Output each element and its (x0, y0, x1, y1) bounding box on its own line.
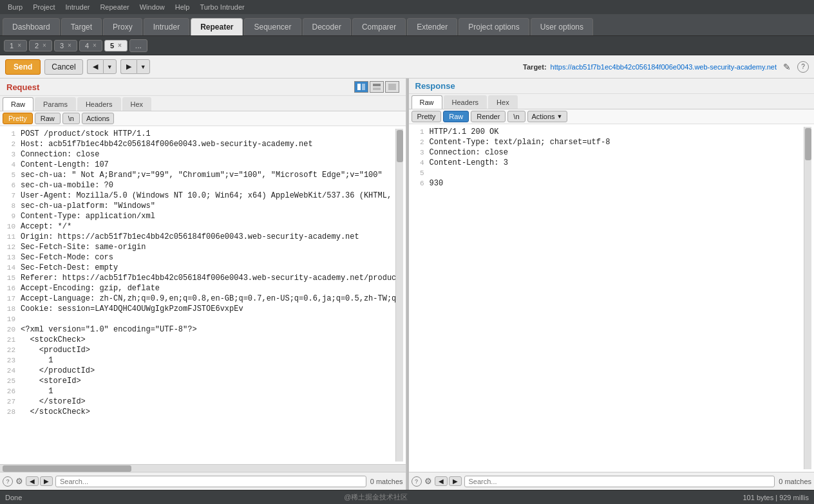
code-line-12: 12 Sec-Fetch-Site: same-origin (3, 242, 395, 252)
request-code-area[interactable]: 1 POST /product/stock HTTP/1.1 2 Host: a… (0, 126, 406, 464)
nav-next-match-button[interactable]: ▶ (40, 476, 53, 486)
response-render-btn[interactable]: Render (471, 111, 506, 122)
tab-extender[interactable]: Extender (407, 18, 457, 35)
request-vert-scrollbar[interactable] (395, 129, 403, 462)
svg-rect-0 (357, 84, 361, 90)
response-tab-headers[interactable]: Headers (444, 95, 487, 109)
line-content: sec-ch-ua: " Not A;Brand";v="99", "Chrom… (21, 170, 383, 180)
close-icon[interactable]: × (68, 42, 71, 49)
menu-window[interactable]: Window (135, 2, 170, 12)
request-code-scroll[interactable]: 1 POST /product/stock HTTP/1.1 2 Host: a… (3, 129, 395, 462)
cancel-button[interactable]: Cancel (44, 59, 82, 75)
code-line-27: 27 </storeId> (3, 397, 395, 407)
main-area: Request Raw Params Headers Hex Pretty (0, 79, 814, 490)
request-tab-headers[interactable]: Headers (77, 97, 121, 111)
request-pretty-btn[interactable]: Pretty (3, 113, 33, 124)
nav-prev-match-button[interactable]: ◀ (435, 476, 448, 486)
tab-sequencer[interactable]: Sequencer (244, 18, 301, 35)
menu-intruder[interactable]: Intruder (61, 2, 95, 12)
help-icon[interactable]: ? (412, 476, 422, 487)
settings-icon[interactable]: ⚙ (15, 476, 23, 486)
help-target-button[interactable]: ? (797, 61, 809, 73)
repeater-tab-more[interactable]: ... (129, 39, 147, 52)
response-search-input[interactable] (464, 476, 775, 487)
request-vert-thumb[interactable] (397, 130, 403, 162)
menu-burp[interactable]: Burp (3, 2, 28, 12)
code-line-8: 8 sec-ch-ua-platform: "Windows" (3, 201, 395, 211)
repeater-tab-2[interactable]: 2 × (29, 40, 52, 51)
response-actions-dropdown[interactable]: Actions ▼ (527, 111, 567, 122)
tab-repeater[interactable]: Repeater (191, 18, 243, 35)
close-icon[interactable]: × (118, 42, 122, 49)
request-horiz-scrollbar[interactable] (0, 464, 406, 472)
svg-rect-2 (373, 84, 381, 86)
line-num: 24 (3, 366, 15, 376)
repeater-tab-3[interactable]: 3 × (54, 40, 77, 51)
view-split-vert-icon[interactable] (370, 81, 384, 93)
close-icon[interactable]: × (93, 42, 97, 49)
request-actions-dropdown[interactable]: Actions (82, 113, 114, 124)
line-content: Referer: https://acb51f7b1ec4bb42c056184… (21, 273, 395, 283)
menu-help[interactable]: Help (170, 2, 195, 12)
close-icon[interactable]: × (17, 42, 21, 49)
tab-project-options[interactable]: Project options (459, 18, 529, 35)
view-split-horiz-icon[interactable] (354, 81, 368, 93)
edit-target-button[interactable]: ✎ (781, 61, 793, 73)
response-pretty-btn[interactable]: Pretty (412, 111, 442, 122)
line-content: Accept-Encoding: gzip, deflate (21, 283, 160, 294)
tab-comparer[interactable]: Comparer (352, 18, 406, 35)
line-content: POST /product/stock HTTP/1.1 (21, 129, 151, 139)
repeater-tab-1[interactable]: 1 × (4, 40, 27, 51)
menu-repeater[interactable]: Repeater (95, 2, 134, 12)
code-line-14: 14 Sec-Fetch-Dest: empty (3, 263, 395, 273)
nav-back-dropdown[interactable]: ▼ (103, 59, 117, 74)
request-ln-btn[interactable]: \n (62, 113, 80, 124)
request-tab-params[interactable]: Params (35, 97, 76, 111)
request-tab-raw[interactable]: Raw (3, 97, 33, 111)
view-single-icon[interactable] (385, 81, 399, 93)
repeater-tab-5[interactable]: 5 × (104, 40, 128, 51)
tab-user-options[interactable]: User options (531, 18, 593, 35)
response-raw-btn[interactable]: Raw (443, 111, 469, 122)
nav-prev-match-button[interactable]: ◀ (26, 476, 39, 486)
request-horiz-thumb[interactable] (3, 465, 131, 472)
tab-target[interactable]: Target (61, 18, 102, 35)
response-panel-header: Response (409, 79, 815, 94)
nav-next-match-button[interactable]: ▶ (449, 476, 462, 486)
line-content: 1 (21, 355, 53, 366)
tab-proxy[interactable]: Proxy (103, 18, 142, 35)
tab-decoder[interactable]: Decoder (303, 18, 351, 35)
request-tab-hex[interactable]: Hex (122, 97, 152, 111)
request-search-input[interactable] (55, 476, 366, 487)
repeater-tab-4[interactable]: 4 × (79, 40, 102, 51)
line-num: 5 (412, 168, 424, 178)
settings-icon[interactable]: ⚙ (424, 476, 432, 486)
code-line-24: 24 </productId> (3, 366, 395, 376)
code-line-25: 25 <storeId> (3, 376, 395, 386)
tab-intruder[interactable]: Intruder (144, 18, 189, 35)
response-vert-thumb[interactable] (805, 128, 811, 160)
nav-forward-button[interactable]: ▶ (120, 59, 137, 74)
menu-project[interactable]: Project (28, 2, 60, 12)
close-icon[interactable]: × (43, 42, 46, 49)
nav-forward-group: ▶ ▼ (120, 59, 150, 74)
response-ln-btn[interactable]: \n (507, 111, 525, 122)
menu-turbo[interactable]: Turbo Intruder (194, 2, 249, 12)
response-code-scroll[interactable]: 1 HTTP/1.1 200 OK 2 Content-Type: text/p… (412, 127, 804, 469)
help-icon[interactable]: ? (3, 476, 13, 487)
response-code-area[interactable]: 1 HTTP/1.1 200 OK 2 Content-Type: text/p… (409, 124, 815, 472)
response-tab-raw[interactable]: Raw (412, 95, 442, 109)
send-button[interactable]: Send (5, 59, 41, 75)
resp-code-line-3: 3 Connection: close (412, 147, 804, 158)
line-content: <stockCheck> (21, 335, 86, 345)
nav-forward-dropdown[interactable]: ▼ (137, 59, 150, 74)
line-num: 22 (3, 345, 15, 355)
svg-rect-3 (373, 88, 381, 90)
response-vert-scrollbar[interactable] (804, 127, 811, 469)
tab-dashboard[interactable]: Dashboard (3, 18, 60, 35)
main-tab-bar: Dashboard Target Proxy Intruder Repeater… (0, 14, 814, 36)
request-raw-btn[interactable]: Raw (35, 113, 61, 124)
nav-back-button[interactable]: ◀ (87, 59, 103, 74)
line-content: Sec-Fetch-Mode: cors (21, 252, 113, 263)
response-tab-hex[interactable]: Hex (488, 95, 518, 109)
